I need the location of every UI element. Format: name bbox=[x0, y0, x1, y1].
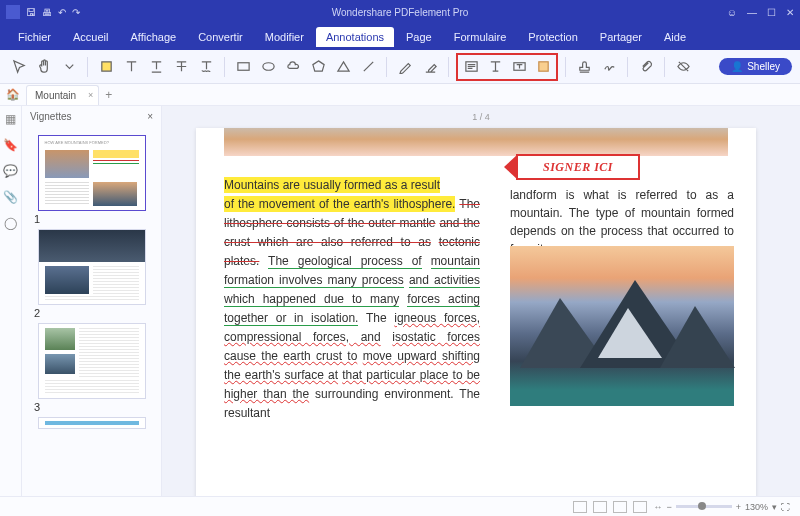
home-icon[interactable]: 🏠 bbox=[6, 88, 20, 102]
zoom-slider[interactable] bbox=[676, 505, 732, 508]
select-tool-icon[interactable] bbox=[8, 56, 30, 78]
menu-accueil[interactable]: Accueil bbox=[63, 27, 118, 47]
thumbnail-number: 2 bbox=[34, 307, 149, 319]
oval-shape-icon[interactable] bbox=[257, 56, 279, 78]
thumbnail-page-1[interactable]: HOW ARE MOUNTAINS FORMED? bbox=[38, 135, 146, 211]
thumbnail-page-4[interactable] bbox=[38, 417, 146, 429]
zoom-dropdown-icon[interactable]: ▾ bbox=[772, 502, 777, 512]
svg-rect-0 bbox=[101, 62, 110, 71]
annotations-toolbar: 👤 Shelley bbox=[0, 50, 800, 84]
triangle-shape-icon[interactable] bbox=[332, 56, 354, 78]
view-continuous-icon[interactable] bbox=[593, 501, 607, 513]
feedback-icon[interactable]: ☺ bbox=[727, 7, 737, 18]
mountain-photo bbox=[510, 246, 734, 406]
svg-rect-1 bbox=[237, 63, 248, 71]
thumbnails-close-icon[interactable]: × bbox=[147, 111, 153, 122]
zoom-out-icon[interactable]: − bbox=[666, 502, 671, 512]
squiggly-tool-icon[interactable] bbox=[195, 56, 217, 78]
qa-redo-icon[interactable]: ↷ bbox=[72, 7, 80, 18]
separator bbox=[386, 57, 387, 77]
comments-panel-icon[interactable]: 💬 bbox=[3, 164, 18, 178]
attachments-panel-icon[interactable]: 📎 bbox=[3, 190, 18, 204]
typewriter-tool-icon[interactable] bbox=[484, 56, 506, 78]
thumbnail-number: 3 bbox=[34, 401, 149, 413]
zoom-in-icon[interactable]: + bbox=[736, 502, 741, 512]
document-viewport[interactable]: 1 / 4 Mountains are usually formed as a … bbox=[162, 106, 800, 496]
menu-convertir[interactable]: Convertir bbox=[188, 27, 253, 47]
menu-affichage[interactable]: Affichage bbox=[120, 27, 186, 47]
document-tabs: 🏠 Mountain × + bbox=[0, 84, 800, 106]
menu-page[interactable]: Page bbox=[396, 27, 442, 47]
separator bbox=[664, 57, 665, 77]
menu-formulaire[interactable]: Formulaire bbox=[444, 27, 517, 47]
thumbnail-page-3[interactable] bbox=[38, 323, 146, 399]
app-logo bbox=[6, 5, 20, 19]
dropdown-icon[interactable] bbox=[58, 56, 80, 78]
page-content: Mountains are usually formed as a result… bbox=[196, 128, 756, 496]
user-name: Shelley bbox=[747, 61, 780, 72]
menu-aide[interactable]: Aide bbox=[654, 27, 696, 47]
sign-here-stamp[interactable]: SIGNER ICI bbox=[504, 154, 644, 180]
tab-mountain[interactable]: Mountain × bbox=[26, 85, 99, 105]
maximize-button[interactable]: ☐ bbox=[767, 7, 776, 18]
menu-partager[interactable]: Partager bbox=[590, 27, 652, 47]
titlebar: 🖫 🖶 ↶ ↷ Wondershare PDFelement Pro ☺ — ☐… bbox=[0, 0, 800, 24]
svg-rect-5 bbox=[538, 62, 547, 71]
user-icon: 👤 bbox=[731, 61, 743, 72]
attachment-tool-icon[interactable] bbox=[635, 56, 657, 78]
separator bbox=[224, 57, 225, 77]
hide-annotations-icon[interactable] bbox=[672, 56, 694, 78]
stamp-tool-icon[interactable] bbox=[573, 56, 595, 78]
minimize-button[interactable]: — bbox=[747, 7, 757, 18]
tab-close-icon[interactable]: × bbox=[88, 90, 93, 100]
menu-annotations[interactable]: Annotations bbox=[316, 27, 394, 47]
statusbar: ↔ − + 130% ▾ ⛶ bbox=[0, 496, 800, 516]
left-column-text: Mountains are usually formed as a result… bbox=[224, 176, 480, 423]
thumbnails-panel-icon[interactable]: ▦ bbox=[5, 112, 16, 126]
view-facing-icon[interactable] bbox=[613, 501, 627, 513]
polygon-shape-icon[interactable] bbox=[307, 56, 329, 78]
view-facing-continuous-icon[interactable] bbox=[633, 501, 647, 513]
underline-tool-icon[interactable] bbox=[145, 56, 167, 78]
thumbnail-number: 1 bbox=[34, 213, 149, 225]
thumbnail-page-2[interactable] bbox=[38, 229, 146, 305]
rectangle-shape-icon[interactable] bbox=[232, 56, 254, 78]
menu-protection[interactable]: Protection bbox=[518, 27, 588, 47]
separator bbox=[565, 57, 566, 77]
fullscreen-icon[interactable]: ⛶ bbox=[781, 502, 790, 512]
area-highlight-icon[interactable] bbox=[532, 56, 554, 78]
menu-modifier[interactable]: Modifier bbox=[255, 27, 314, 47]
separator bbox=[448, 57, 449, 77]
textbox-tool-icon[interactable] bbox=[508, 56, 530, 78]
new-tab-button[interactable]: + bbox=[105, 88, 112, 102]
highlighted-text: Mountains are usually formed as a result bbox=[224, 177, 440, 193]
line-shape-icon[interactable] bbox=[357, 56, 379, 78]
text-tool-icon[interactable] bbox=[120, 56, 142, 78]
qa-print-icon[interactable]: 🖶 bbox=[42, 7, 52, 18]
user-pill[interactable]: 👤 Shelley bbox=[719, 58, 792, 75]
close-button[interactable]: ✕ bbox=[786, 7, 794, 18]
tab-label: Mountain bbox=[35, 90, 76, 101]
view-single-icon[interactable] bbox=[573, 501, 587, 513]
fit-width-icon[interactable]: ↔ bbox=[653, 502, 662, 512]
qa-undo-icon[interactable]: ↶ bbox=[58, 7, 66, 18]
separator bbox=[627, 57, 628, 77]
strikeout-tool-icon[interactable] bbox=[170, 56, 192, 78]
search-panel-icon[interactable]: ◯ bbox=[4, 216, 17, 230]
left-rail: ▦ 🔖 💬 📎 ◯ bbox=[0, 106, 22, 496]
zoom-value: 130% bbox=[745, 502, 768, 512]
note-tool-icon[interactable] bbox=[460, 56, 482, 78]
highlight-tool-icon[interactable] bbox=[95, 56, 117, 78]
cloud-shape-icon[interactable] bbox=[282, 56, 304, 78]
signature-tool-icon[interactable] bbox=[598, 56, 620, 78]
pencil-tool-icon[interactable] bbox=[394, 56, 416, 78]
menu-fichier[interactable]: Fichier bbox=[8, 27, 61, 47]
thumbnails-title: Vignettes bbox=[30, 111, 72, 122]
note-tools-group bbox=[456, 53, 558, 81]
bookmarks-panel-icon[interactable]: 🔖 bbox=[3, 138, 18, 152]
eraser-tool-icon[interactable] bbox=[419, 56, 441, 78]
hand-tool-icon[interactable] bbox=[33, 56, 55, 78]
window-title: Wondershare PDFelement Pro bbox=[332, 7, 469, 18]
svg-point-2 bbox=[262, 63, 273, 71]
qa-save-icon[interactable]: 🖫 bbox=[26, 7, 36, 18]
